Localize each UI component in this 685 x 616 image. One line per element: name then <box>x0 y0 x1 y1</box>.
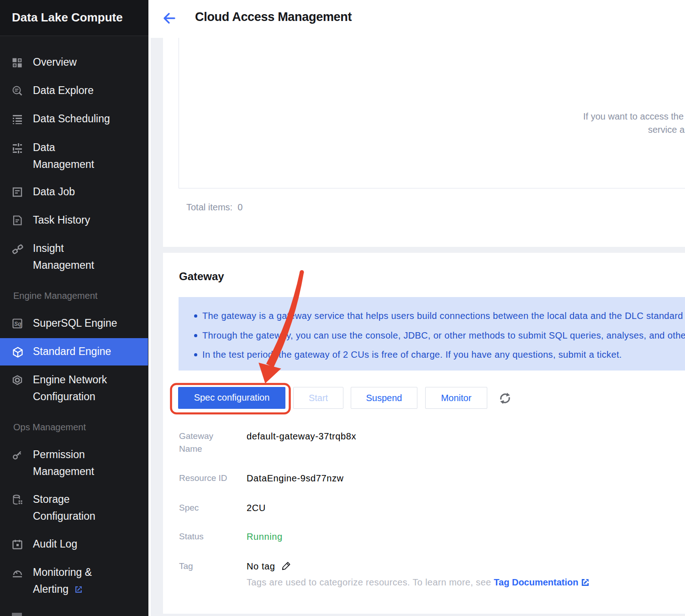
svg-text:Sq: Sq <box>14 321 21 327</box>
